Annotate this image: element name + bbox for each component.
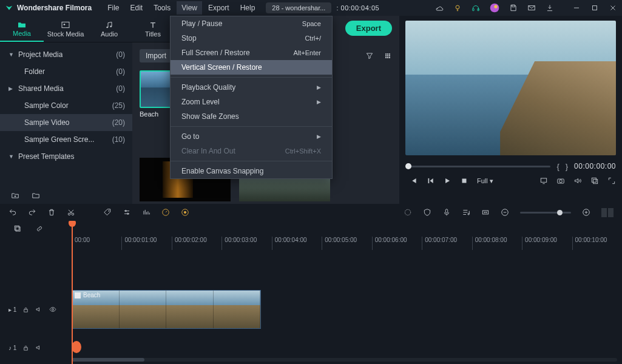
- menu-edit[interactable]: Edit: [125, 1, 147, 15]
- ruler-tick: 00:00:04:00: [272, 237, 322, 250]
- menu-tools[interactable]: Tools: [149, 1, 175, 15]
- dd-safe-zones[interactable]: Show Safe Zones: [171, 109, 332, 124]
- save-icon[interactable]: [509, 4, 518, 12]
- dd-play-pause[interactable]: Play / PauseSpace: [171, 16, 332, 31]
- playlist-icon[interactable]: [462, 208, 470, 217]
- volume-icon[interactable]: [573, 177, 582, 185]
- lock-icon[interactable]: [22, 345, 29, 351]
- cut-icon[interactable]: [67, 208, 75, 217]
- timeline-scrollbar[interactable]: [72, 358, 617, 362]
- eq-icon[interactable]: [142, 208, 150, 217]
- tree-folder[interactable]: Folder(0): [0, 63, 132, 80]
- copy-icon[interactable]: [590, 177, 599, 185]
- mic-icon[interactable]: [442, 208, 451, 217]
- dd-fullscreen[interactable]: Full Screen / RestoreAlt+Enter: [171, 46, 332, 60]
- import-button[interactable]: Import: [140, 49, 172, 62]
- tag-icon[interactable]: [103, 208, 112, 217]
- tab-media[interactable]: Media: [0, 16, 44, 42]
- eye-icon[interactable]: [49, 306, 57, 313]
- svg-point-4: [494, 5, 497, 8]
- tab-titles[interactable]: Titles: [131, 16, 175, 42]
- undo-icon[interactable]: [8, 208, 17, 217]
- video-clip[interactable]: Beach: [72, 290, 261, 329]
- maximize-icon[interactable]: [590, 4, 599, 12]
- dd-playback-quality[interactable]: Playback Quality▶: [171, 80, 332, 95]
- menu-help[interactable]: Help: [235, 1, 260, 15]
- tree-shared-media[interactable]: ▶Shared Media(0): [0, 80, 132, 97]
- ruler-tick: 00:00: [72, 237, 121, 250]
- download-icon[interactable]: [546, 4, 554, 12]
- tree-project-media[interactable]: ▼Project Media(0): [0, 46, 132, 63]
- lock-icon[interactable]: [22, 306, 29, 313]
- redo-icon[interactable]: [28, 208, 36, 217]
- sliders-icon[interactable]: [123, 208, 131, 217]
- layout-toggle-icon[interactable]: [601, 208, 614, 217]
- seek-slider[interactable]: [405, 166, 550, 167]
- tab-stock-media[interactable]: Stock Media: [44, 16, 87, 42]
- dd-clear-in-out[interactable]: Clear In And OutCtrl+Shift+X: [171, 144, 332, 158]
- svg-rect-1: [473, 8, 474, 11]
- svg-point-36: [405, 209, 410, 215]
- dd-canvas-snapping[interactable]: Enable Canvas Snapping: [171, 164, 332, 178]
- export-button[interactable]: Export: [345, 21, 392, 36]
- camera-icon[interactable]: [556, 177, 565, 185]
- speaker-icon[interactable]: [35, 306, 42, 313]
- expand-icon[interactable]: [607, 177, 616, 185]
- menu-export[interactable]: Export: [203, 1, 234, 15]
- speaker-icon[interactable]: [35, 344, 42, 351]
- time-ruler[interactable]: 00:0000:00:01:0000:00:02:0000:00:03:0000…: [72, 237, 622, 250]
- mark-out-icon[interactable]: }: [566, 162, 568, 171]
- mail-icon[interactable]: [527, 4, 536, 12]
- play-icon[interactable]: [443, 177, 451, 185]
- dd-vertical-screen[interactable]: Vertical Screen / Restore: [171, 60, 332, 75]
- tl-link-icon[interactable]: [35, 224, 44, 233]
- dd-zoom-level[interactable]: Zoom Level▶: [171, 95, 332, 109]
- tree-sample-green[interactable]: Sample Green Scre...(10): [0, 131, 132, 148]
- menu-file[interactable]: File: [103, 1, 124, 15]
- folder-icon[interactable]: [32, 191, 40, 200]
- step-back-icon[interactable]: [426, 177, 434, 185]
- dd-go-to[interactable]: Go to▶: [171, 129, 332, 144]
- minimize-icon[interactable]: [572, 4, 581, 12]
- mark-in-icon[interactable]: {: [556, 162, 559, 171]
- svg-point-11: [110, 25, 112, 27]
- svg-point-10: [106, 26, 108, 28]
- svg-rect-2: [478, 8, 479, 11]
- screen-icon[interactable]: [539, 177, 548, 185]
- stop-icon[interactable]: [460, 177, 468, 185]
- tab-audio[interactable]: Audio: [87, 16, 131, 42]
- tree-sample-color[interactable]: Sample Color(25): [0, 97, 132, 114]
- headphones-icon[interactable]: [472, 4, 480, 12]
- play-badge-icon: [75, 292, 81, 298]
- target-icon[interactable]: [404, 208, 412, 217]
- cloud-icon[interactable]: [435, 4, 444, 12]
- tree-sample-video[interactable]: Sample Video(20): [0, 114, 132, 131]
- tree-preset-templates[interactable]: ▼Preset Templates: [0, 148, 132, 165]
- filter-icon[interactable]: [365, 52, 374, 60]
- svg-rect-42: [16, 227, 20, 231]
- prev-frame-icon[interactable]: [409, 177, 417, 185]
- project-tab[interactable]: 28 - wondershar...: [266, 2, 331, 13]
- ruler-tick: 00:00:07:00: [422, 237, 472, 250]
- profile-icon[interactable]: [490, 3, 499, 13]
- record-icon[interactable]: [181, 208, 189, 217]
- app-brand: Wondershare Filmora: [17, 4, 92, 12]
- fit-width-icon[interactable]: [481, 208, 490, 217]
- zoom-slider[interactable]: [520, 212, 571, 214]
- zoom-in-icon[interactable]: [582, 208, 590, 217]
- audio-marker[interactable]: [72, 341, 81, 353]
- grid-view-icon[interactable]: [384, 52, 392, 60]
- playhead[interactable]: [72, 221, 73, 364]
- zoom-out-icon[interactable]: [501, 208, 509, 217]
- shield-icon[interactable]: [423, 208, 431, 217]
- trash-icon[interactable]: [47, 208, 56, 217]
- fit-select[interactable]: Full ▾: [477, 177, 493, 185]
- dd-stop[interactable]: StopCtrl+/: [171, 31, 332, 46]
- menu-view[interactable]: View: [177, 1, 202, 15]
- new-folder-icon[interactable]: [11, 191, 19, 200]
- lightbulb-icon[interactable]: [453, 4, 462, 12]
- close-icon[interactable]: [609, 4, 617, 12]
- video-preview[interactable]: [405, 21, 616, 155]
- tl-copy-icon[interactable]: [13, 224, 22, 233]
- speed-icon[interactable]: [161, 208, 170, 217]
